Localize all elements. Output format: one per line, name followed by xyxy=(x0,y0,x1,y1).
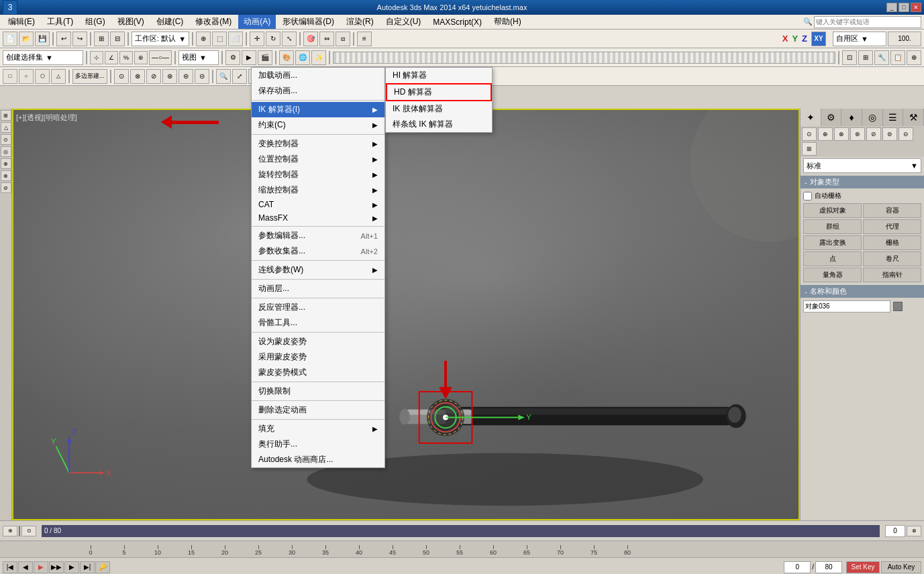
menu-tools[interactable]: 工具(T) xyxy=(42,15,79,29)
tb3-4[interactable]: ⊛ xyxy=(162,69,177,84)
right-scroll[interactable]: - 对象类型 自动栅格 虚拟对象 容器 群组 代理 露出变换 栅格 点 卷尺 量… xyxy=(801,174,924,520)
protractor-btn[interactable]: 量角器 xyxy=(803,268,862,282)
compass-btn[interactable]: 指南针 xyxy=(863,268,921,282)
tb-icon-5[interactable]: ⊕ xyxy=(907,50,921,65)
menu-group[interactable]: 组(G) xyxy=(80,15,110,29)
menu-reaction-mgr[interactable]: 反应管理器... xyxy=(252,300,384,315)
menu-bone-tools[interactable]: 骨骼工具... xyxy=(252,315,384,331)
menu-param-collector[interactable]: 参数收集器... Alt+2 xyxy=(252,243,384,259)
snap-angle[interactable]: ∠ xyxy=(105,51,118,64)
box-btn[interactable]: □ xyxy=(3,69,17,84)
menu-cat[interactable]: CAT ▶ xyxy=(252,198,384,211)
menu-adsk-store[interactable]: Autodesk 动画商店... xyxy=(252,452,384,467)
zoom-val[interactable]: 100. xyxy=(888,32,921,46)
save-btn[interactable]: 💾 xyxy=(35,32,50,46)
snap-percent[interactable]: % xyxy=(119,51,133,64)
cone-btn[interactable]: △ xyxy=(51,69,66,84)
close-button[interactable]: ✕ xyxy=(911,3,921,12)
tab-hierarchy[interactable]: ♦ xyxy=(841,109,862,126)
menu-set-skin[interactable]: 设为蒙皮姿势 xyxy=(252,334,384,349)
place-btn[interactable]: 🎯 xyxy=(303,32,318,46)
sidebar-icon-3[interactable]: ⊙ xyxy=(1,134,11,145)
tb3-3[interactable]: ⊘ xyxy=(146,69,161,84)
tb3-1[interactable]: ⊙ xyxy=(114,69,129,84)
menu-transform-ctrl[interactable]: 变换控制器 ▶ xyxy=(252,136,384,152)
timeline-btn-1[interactable]: ⊕ xyxy=(3,526,17,536)
sidebar-icon-5[interactable]: ⊕ xyxy=(1,158,11,169)
export-btn[interactable]: ⊟ xyxy=(110,32,125,46)
sidebar-icon-7[interactable]: ⊘ xyxy=(1,182,11,193)
timeline-btn-3[interactable]: ⊗ xyxy=(907,526,921,536)
tb3-7[interactable]: 🔍 xyxy=(216,69,231,84)
menu-massfx[interactable]: MassFX ▶ xyxy=(252,211,384,225)
tab-create[interactable]: ✦ xyxy=(801,109,821,126)
right-icon-7[interactable]: ⊝ xyxy=(899,127,913,141)
menu-save-anim[interactable]: 保存动画... xyxy=(252,83,384,99)
auto-key-btn[interactable]: Auto Key xyxy=(881,561,921,573)
menu-walker[interactable]: 奥行助手... xyxy=(252,437,384,452)
help-search-input[interactable] xyxy=(814,16,921,28)
workspace-dropdown[interactable]: 工作区: 默认 ▼ xyxy=(132,32,189,46)
point-btn[interactable]: 点 xyxy=(803,251,862,266)
menu-delete-anim[interactable]: 删除选定动画 xyxy=(252,402,384,418)
tb-icon-2[interactable]: ⊞ xyxy=(858,50,873,65)
sidebar-icon-4[interactable]: ◎ xyxy=(1,146,11,157)
tb3-2[interactable]: ⊗ xyxy=(130,69,145,84)
maximize-button[interactable]: □ xyxy=(899,3,909,12)
grid-btn[interactable]: 栅格 xyxy=(863,235,921,250)
right-icon-5[interactable]: ⊘ xyxy=(866,127,881,141)
auto-grid-checkbox[interactable] xyxy=(803,192,812,200)
snap-toggle[interactable]: ⊹ xyxy=(90,51,103,64)
color-swatch[interactable] xyxy=(893,302,903,311)
frame-input-btn[interactable]: 0 xyxy=(885,525,905,537)
tb3-8[interactable]: ⤢ xyxy=(232,69,247,84)
menu-rotation-ctrl[interactable]: 旋转控制器 ▶ xyxy=(252,167,384,182)
render-effects-btn[interactable]: ✨ xyxy=(311,50,326,65)
tab-motion[interactable]: ◎ xyxy=(862,109,883,126)
window-crossing-btn[interactable]: ⬜ xyxy=(228,32,243,46)
sidebar-icon-1[interactable]: ⊞ xyxy=(1,110,11,121)
next-frame-btn[interactable]: ▶ xyxy=(64,561,79,573)
standard-dropdown[interactable]: 标准 ▼ xyxy=(803,158,921,173)
select-region-btn[interactable]: ⬚ xyxy=(212,32,227,46)
menu-modify[interactable]: 修改器(M) xyxy=(190,15,237,29)
open-btn[interactable]: 📂 xyxy=(19,32,34,46)
cylinder-btn[interactable]: ⬠ xyxy=(35,69,50,84)
scale-btn[interactable]: ⤡ xyxy=(282,32,297,46)
total-frame-input[interactable] xyxy=(815,561,842,573)
menu-toggle-limits[interactable]: 切换限制 xyxy=(252,384,384,399)
menu-position-ctrl[interactable]: 位置控制器 ▶ xyxy=(252,152,384,167)
tb-icon-4[interactable]: 📋 xyxy=(890,50,905,65)
virtual-obj-btn[interactable]: 虚拟对象 xyxy=(803,203,862,218)
menu-ik-solver[interactable]: IK 解算器(I) ▶ xyxy=(252,102,384,117)
viewport[interactable]: [+][透视][明暗处理] xyxy=(12,109,800,520)
xy-btn[interactable]: XY xyxy=(811,32,826,46)
tab-utilities[interactable]: ⚒ xyxy=(903,109,924,126)
mirror-btn2[interactable]: —○— xyxy=(149,50,172,65)
menu-maxscript[interactable]: MAXScript(X) xyxy=(427,16,487,28)
timeline-track[interactable]: 0 / 80 xyxy=(42,525,880,537)
ik-spline-solver[interactable]: 样条线 IK 解算器 xyxy=(386,117,492,132)
right-icon-1[interactable]: ⊙ xyxy=(802,127,817,141)
ik-hd-solver[interactable]: HD 解算器 xyxy=(386,83,492,101)
timeline-btn-2[interactable]: ⊙ xyxy=(21,526,36,536)
menu-fill[interactable]: 填充 ▶ xyxy=(252,421,384,437)
go-start-btn[interactable]: |◀ xyxy=(3,561,17,573)
view-dropdown[interactable]: 视图 ▼ xyxy=(178,50,219,65)
menu-add-keyframe[interactable]: 加载动画... xyxy=(252,68,384,83)
set-key-btn[interactable]: Set Key xyxy=(846,561,880,573)
undo-btn[interactable]: ↩ xyxy=(56,32,71,46)
menu-anim-layers[interactable]: 动画层... xyxy=(252,281,384,296)
right-icon-4[interactable]: ⊛ xyxy=(850,127,865,141)
play-btn[interactable]: ▶ xyxy=(34,561,48,573)
menu-adopt-skin[interactable]: 采用蒙皮姿势 xyxy=(252,349,384,365)
go-end-btn[interactable]: ▶| xyxy=(80,561,95,573)
sphere-btn[interactable]: ○ xyxy=(19,69,34,84)
ik-limb-solver[interactable]: IK 肢体解算器 xyxy=(386,101,492,117)
tb-icon-1[interactable]: ⊡ xyxy=(842,50,857,65)
material-editor-btn[interactable]: 🎨 xyxy=(279,50,294,65)
new-btn[interactable]: 📄 xyxy=(3,32,17,46)
expose-transform-btn[interactable]: 露出变换 xyxy=(803,235,862,250)
menu-customize[interactable]: 自定义(U) xyxy=(380,15,427,29)
align-btn[interactable]: ⧈ xyxy=(336,32,350,46)
